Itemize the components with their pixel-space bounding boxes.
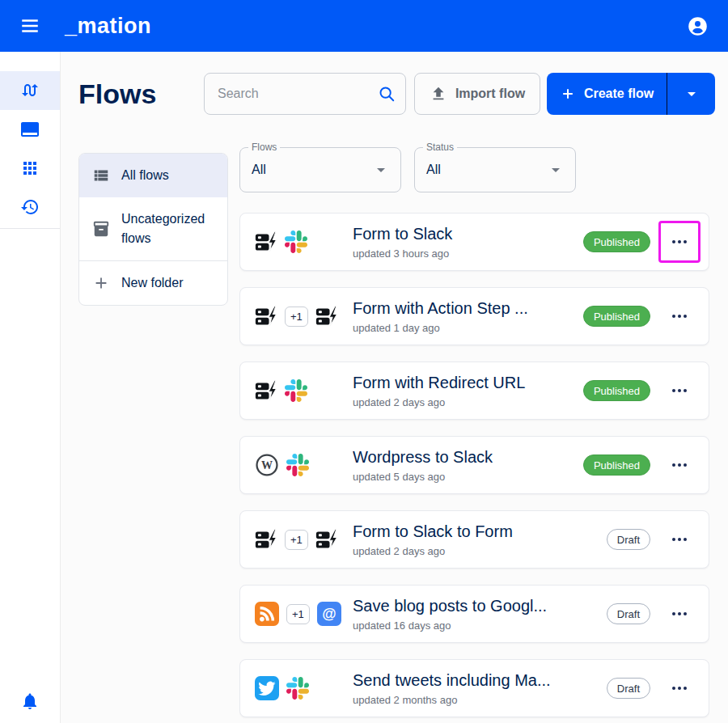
flow-app-icons: +1 <box>255 305 353 328</box>
flow-app-icons <box>255 379 353 402</box>
flow-updated-timestamp: updated 2 days ago <box>353 396 583 408</box>
status-filter-label: Status <box>423 142 457 153</box>
flow-app-icons: W <box>255 453 353 477</box>
history-icon <box>20 197 40 217</box>
flow-row[interactable]: W Wordpress to Slack updated 5 days ago … <box>239 436 709 494</box>
slack-app-icon <box>286 454 309 476</box>
flow-text: Form with Redirect URL updated 2 days ag… <box>353 373 583 408</box>
archive-box-icon <box>92 220 110 238</box>
list-icon <box>92 167 110 184</box>
app-logo[interactable]: _mation <box>65 14 151 39</box>
ellipsis-icon <box>672 315 675 318</box>
flow-menu-button[interactable] <box>660 520 699 559</box>
flow-menu-button[interactable] <box>660 371 699 410</box>
icon-sidebar <box>0 52 61 723</box>
flow-title: Form with Action Step ... <box>353 298 583 318</box>
plus-icon <box>92 274 110 292</box>
ellipsis-icon <box>672 687 675 690</box>
flow-row[interactable]: +1 Form to Slack to Form updated 2 days … <box>239 510 709 569</box>
folder-item-uncategorized[interactable]: Uncategorized flows <box>79 197 227 260</box>
status-filter-value: All <box>426 163 441 177</box>
account-menu-button[interactable] <box>687 15 709 37</box>
filters-row: Flows All Status All <box>239 147 709 192</box>
flows-filter-select[interactable]: Flows All <box>239 147 401 192</box>
status-badge: Draft <box>607 603 650 624</box>
status-badge: Published <box>583 306 650 327</box>
flow-menu-button[interactable] <box>660 222 699 261</box>
flows-filter-label: Flows <box>248 142 280 153</box>
flow-updated-timestamp: updated 5 days ago <box>353 471 583 483</box>
app-header: _mation <box>0 0 728 52</box>
chevron-down-icon <box>546 160 565 180</box>
hamburger-menu-button[interactable] <box>19 15 40 36</box>
create-flow-label: Create flow <box>584 87 654 101</box>
flow-row[interactable]: +1 Form with Action Step ... updated 1 d… <box>239 287 709 345</box>
flow-title: Form to Slack to Form <box>353 522 607 541</box>
create-flow-button[interactable]: Create flow <box>547 73 667 115</box>
ellipsis-icon <box>672 240 675 243</box>
form-app-icon <box>315 528 338 551</box>
sidebar-item-apps[interactable] <box>0 149 60 188</box>
svg-text:@: @ <box>322 606 336 622</box>
flow-menu-button[interactable] <box>660 446 699 484</box>
flow-title: Form with Redirect URL <box>353 373 583 392</box>
import-flow-label: Import flow <box>455 87 525 101</box>
flow-row[interactable]: Form to Slack updated 3 hours ago Publis… <box>239 213 709 271</box>
toolbar: Flows Import flow Create flow <box>61 52 728 115</box>
sidebar-item-flows[interactable] <box>0 71 60 110</box>
flow-title: Form to Slack <box>353 224 583 243</box>
flow-text: Wordpress to Slack updated 5 days ago <box>353 447 583 483</box>
create-flow-split-button: Create flow <box>547 73 715 115</box>
sidebar-divider <box>0 228 60 229</box>
status-badge: Published <box>583 380 650 401</box>
flow-updated-timestamp: updated 1 day ago <box>353 322 583 334</box>
form-app-icon <box>315 305 338 328</box>
flow-row[interactable]: Send tweets including Ma... updated 2 mo… <box>239 659 709 717</box>
sidebar-item-tables[interactable] <box>0 110 60 149</box>
folder-item-all-flows[interactable]: All flows <box>79 154 227 197</box>
account-circle-icon <box>687 15 709 37</box>
page-title: Flows <box>78 78 204 110</box>
status-filter-select[interactable]: Status All <box>414 147 576 192</box>
card-icon <box>20 120 40 139</box>
flow-menu-button[interactable] <box>660 669 699 708</box>
extra-apps-badge: +1 <box>286 604 310 624</box>
twitter-app-icon <box>255 676 279 700</box>
hamburger-icon <box>19 15 40 36</box>
form-app-icon <box>255 528 277 551</box>
form-app-icon <box>255 379 277 402</box>
extra-apps-badge: +1 <box>285 307 308 327</box>
flow-text: Form to Slack to Form updated 2 days ago <box>353 522 607 557</box>
slack-app-icon <box>286 677 309 700</box>
flow-menu-button[interactable] <box>660 594 699 633</box>
import-flow-button[interactable]: Import flow <box>414 73 540 115</box>
flow-updated-timestamp: updated 2 days ago <box>353 545 607 557</box>
search-input[interactable] <box>216 86 378 102</box>
form-app-icon <box>255 305 277 328</box>
ellipsis-icon <box>672 463 675 467</box>
sidebar-item-executions[interactable] <box>0 188 60 226</box>
folder-item-label: Uncategorized flows <box>121 209 214 248</box>
status-badge: Draft <box>607 529 650 550</box>
flow-app-icons <box>255 230 353 253</box>
swap-calls-icon <box>20 81 40 100</box>
form-app-icon <box>255 230 277 253</box>
flow-title: Wordpress to Slack <box>353 447 583 467</box>
create-flow-dropdown-button[interactable] <box>667 73 715 115</box>
flow-app-icons: +1 @ <box>255 602 353 626</box>
status-badge: Published <box>583 455 650 476</box>
folder-item-label: All flows <box>121 166 169 185</box>
chevron-down-icon <box>371 160 391 180</box>
new-folder-button[interactable]: New folder <box>79 261 227 305</box>
ellipsis-icon <box>672 538 675 541</box>
flow-updated-timestamp: updated 3 hours ago <box>353 247 583 260</box>
new-folder-label: New folder <box>121 273 183 293</box>
notifications-button[interactable] <box>0 691 60 712</box>
upload-icon <box>430 85 447 103</box>
flow-row[interactable]: Form with Redirect URL updated 2 days ag… <box>239 362 709 420</box>
flow-row[interactable]: +1 @ Save blog posts to Googl... updated… <box>239 585 709 643</box>
flow-menu-button[interactable] <box>660 297 699 336</box>
flow-text: Save blog posts to Googl... updated 16 d… <box>353 596 607 632</box>
apps-grid-icon <box>20 159 40 178</box>
flow-updated-timestamp: updated 16 days ago <box>353 619 607 632</box>
